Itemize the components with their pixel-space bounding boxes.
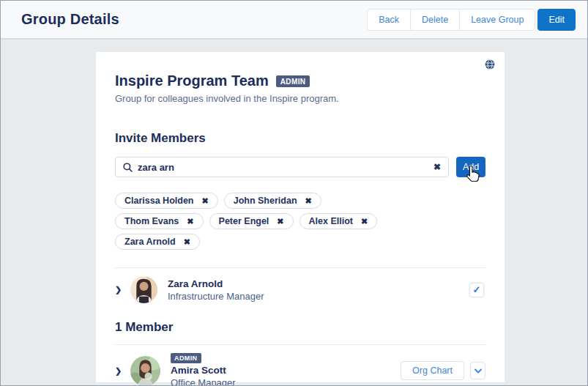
chip-john-sheridan[interactable]: John Sheridan ✖ — [224, 193, 321, 209]
org-chart-button[interactable]: Org Chart — [401, 361, 464, 380]
person-info: Zara Arnold Infrastructure Manager — [168, 278, 264, 302]
person-name: Amira Scott — [171, 365, 236, 376]
member-search-input[interactable] — [138, 162, 428, 173]
leave-group-button[interactable]: Leave Group — [459, 9, 535, 31]
remove-chip-icon[interactable]: ✖ — [187, 218, 193, 226]
remove-chip-icon[interactable]: ✖ — [305, 197, 312, 205]
avatar — [130, 276, 157, 303]
chip-label: Peter Engel — [219, 216, 269, 226]
member-search-box[interactable]: ✖ — [115, 157, 449, 177]
invited-chips: Clarissa Holden ✖ John Sheridan ✖ Thom E… — [115, 193, 379, 250]
chevron-right-icon[interactable]: ❯ — [115, 285, 122, 294]
chip-label: Alex Elliot — [309, 216, 353, 226]
group-card: Inspire Program Team ADMIN Group for col… — [96, 52, 505, 382]
person-info: ADMIN Amira Scott Office Manager — [171, 353, 236, 386]
group-description: Group for colleagues involved in the Ins… — [115, 93, 485, 104]
chip-clarissa-holden[interactable]: Clarissa Holden ✖ — [115, 193, 218, 209]
invite-members-heading: Invite Members — [115, 131, 485, 146]
remove-chip-icon[interactable]: ✖ — [184, 238, 190, 246]
remove-chip-icon[interactable]: ✖ — [361, 218, 368, 226]
chip-zara-arnold[interactable]: Zara Arnold ✖ — [115, 234, 200, 250]
header-actions: Back Delete Leave Group Edit — [367, 9, 576, 31]
person-name: Zara Arnold — [168, 278, 264, 289]
remove-chip-icon[interactable]: ✖ — [201, 197, 208, 205]
chip-label: Zara Arnold — [124, 237, 176, 247]
chevron-right-icon[interactable]: ❯ — [115, 366, 122, 376]
member-count-heading: 1 Member — [115, 320, 485, 335]
person-title: Office Manager — [171, 377, 236, 386]
chip-label: John Sheridan — [234, 196, 297, 206]
add-button[interactable]: Add — [456, 157, 485, 177]
member-admin-badge: ADMIN — [171, 353, 201, 363]
search-icon — [123, 163, 133, 172]
select-member-checkbox[interactable]: ✓ — [469, 283, 484, 297]
edit-button[interactable]: Edit — [537, 9, 576, 31]
back-button[interactable]: Back — [367, 9, 411, 31]
avatar — [130, 356, 160, 386]
group-details-page: Group Details Back Delete Leave Group Ed… — [0, 0, 588, 386]
clear-search-icon[interactable]: ✖ — [433, 163, 441, 171]
search-result-row[interactable]: ❯ Zara Arnold Infrastructure Manager ✓ — [115, 268, 485, 311]
admin-badge: ADMIN — [276, 75, 310, 87]
group-name: Inspire Program Team — [115, 73, 269, 89]
chip-peter-engel[interactable]: Peter Engel ✖ — [209, 213, 294, 229]
globe-icon — [485, 59, 495, 70]
person-title: Infrastructure Manager — [168, 291, 264, 302]
invite-search-row: ✖ Add — [115, 157, 485, 177]
member-row[interactable]: ❯ ADMIN Amira Scott Office Manager Org — [115, 345, 485, 386]
member-row-actions: Org Chart — [401, 361, 485, 380]
delete-button[interactable]: Delete — [410, 9, 460, 31]
page-title: Group Details — [21, 11, 119, 28]
header-button-group: Back Delete Leave Group — [367, 9, 535, 31]
group-title-row: Inspire Program Team ADMIN — [115, 73, 485, 89]
page-header: Group Details Back Delete Leave Group Ed… — [1, 1, 587, 40]
chevron-down-button[interactable] — [470, 362, 485, 379]
chip-alex-elliot[interactable]: Alex Elliot ✖ — [299, 213, 378, 229]
chevron-down-icon — [475, 368, 482, 374]
remove-chip-icon[interactable]: ✖ — [277, 218, 283, 226]
chip-label: Clarissa Holden — [124, 196, 193, 206]
chip-thom-evans[interactable]: Thom Evans ✖ — [115, 213, 204, 229]
chip-label: Thom Evans — [124, 216, 179, 226]
